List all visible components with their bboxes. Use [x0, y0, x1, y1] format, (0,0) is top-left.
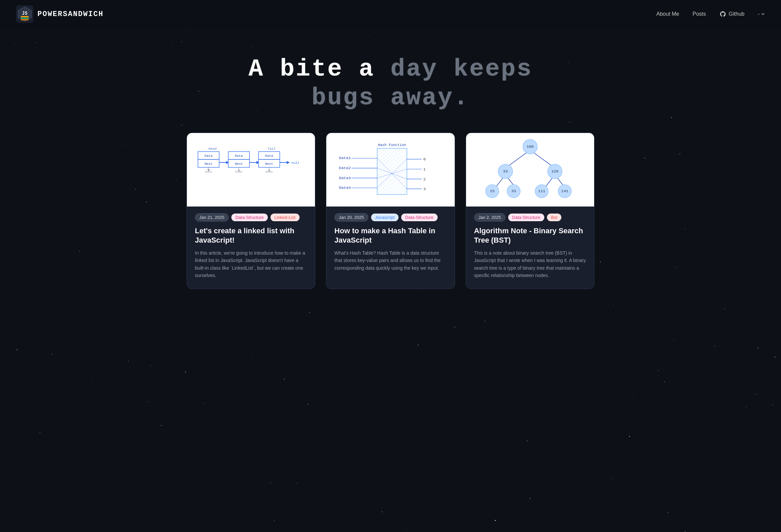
hero-section: A bite a day keeps bugs away. [0, 28, 781, 133]
card-image-hash-table: Hash Function Data1 Data2 Data3 Data4 [326, 133, 454, 207]
card-image-bst: 100 33 120 15 33 111 141 [466, 133, 594, 207]
linked-list-diagram: Head Tail Data Next Node Data Next [195, 143, 307, 196]
card-image-linked-list: Head Tail Data Next Node Data Next [187, 133, 315, 207]
svg-text:3: 3 [423, 187, 426, 191]
svg-text:Data4: Data4 [339, 185, 351, 190]
card-desc-1: What's Hash Table? Hash Table is a data … [334, 249, 446, 272]
navbar: JS POWERSANDWICH About Me Posts Github - [0, 0, 781, 28]
github-label: Github [729, 11, 745, 17]
cards-section: Head Tail Data Next Node Data Next [173, 133, 608, 309]
svg-text:33: 33 [511, 189, 516, 193]
svg-text:null: null [291, 161, 299, 165]
tag-bst[interactable]: Bst [547, 214, 561, 221]
svg-text:100: 100 [527, 144, 534, 149]
svg-text:2: 2 [423, 177, 426, 181]
card-date-2: Jan 2, 2025 [474, 213, 505, 222]
svg-rect-5 [21, 19, 29, 20]
svg-text:15: 15 [490, 189, 494, 193]
svg-text:1: 1 [423, 167, 426, 172]
card-body-bst: Jan 2, 2025 Data-Structure Bst Algorithm… [466, 207, 594, 289]
card-date-0: Jan 21, 2025 [195, 213, 229, 222]
svg-text:0: 0 [423, 157, 426, 162]
nav-link-posts[interactable]: Posts [693, 11, 706, 17]
svg-text:Data2: Data2 [339, 166, 351, 170]
tag-javascript[interactable]: Javascript [371, 214, 399, 221]
bst-diagram: 100 33 120 15 33 111 141 [474, 138, 586, 202]
tag-linked-list[interactable]: Linked-List [271, 214, 299, 221]
card-date-1: Jan 20, 2025 [334, 213, 368, 222]
card-meta-2: Jan 2, 2025 Data-Structure Bst [474, 213, 586, 222]
dropdown-label: - [758, 11, 759, 17]
card-desc-2: This is a note about binary search tree … [474, 249, 586, 279]
svg-text:Hash Function: Hash Function [378, 143, 406, 147]
tag-data-structure-1[interactable]: Data-Structure [401, 214, 438, 221]
svg-marker-33 [287, 161, 290, 164]
nav-dropdown[interactable]: - [758, 11, 765, 17]
svg-text:Tail: Tail [268, 147, 276, 151]
svg-text:Node: Node [205, 170, 212, 174]
svg-text:Next: Next [205, 162, 213, 166]
chevron-down-icon [761, 12, 765, 16]
nav-links: About Me Posts Github - [656, 11, 765, 17]
hero-line1: A bite a day keeps [248, 55, 533, 83]
svg-text:111: 111 [538, 189, 545, 193]
svg-text:33: 33 [503, 169, 507, 174]
nav-link-github[interactable]: Github [720, 11, 745, 17]
hero-line2: bugs away. [312, 84, 469, 112]
card-hash-table[interactable]: Hash Function Data1 Data2 Data3 Data4 [326, 133, 455, 289]
github-icon [720, 11, 726, 17]
hash-table-diagram: Hash Function Data1 Data2 Data3 Data4 [334, 140, 446, 200]
svg-text:Data3: Data3 [339, 175, 351, 180]
tag-data-structure-0[interactable]: Data-Structure [231, 214, 268, 221]
svg-rect-42 [377, 148, 407, 194]
svg-text:141: 141 [561, 189, 568, 193]
card-body-linked-list: Jan 21, 2025 Data-Structure Linked-List … [187, 207, 315, 289]
svg-text:Next: Next [265, 162, 273, 166]
svg-text:Next: Next [235, 162, 243, 166]
tag-data-structure-2[interactable]: Data-Structure [508, 214, 545, 221]
svg-text:JS: JS [22, 10, 28, 16]
site-logo: JS [16, 5, 33, 23]
svg-rect-3 [21, 16, 29, 17]
svg-text:Data: Data [235, 154, 243, 158]
card-title-1[interactable]: How to make a Hash Table in JavaScript [334, 226, 446, 245]
card-desc-0: In this article, we're going to introduc… [195, 249, 307, 279]
card-linked-list[interactable]: Head Tail Data Next Node Data Next [187, 133, 315, 289]
site-title: POWERSANDWICH [37, 10, 104, 18]
card-meta-0: Jan 21, 2025 Data-Structure Linked-List [195, 213, 307, 222]
nav-link-about[interactable]: About Me [656, 11, 679, 17]
svg-text:Data1: Data1 [339, 156, 351, 161]
svg-rect-4 [21, 18, 29, 19]
svg-text:Head: Head [209, 147, 217, 151]
card-body-hash-table: Jan 20, 2025 Javascript Data-Structure H… [326, 207, 454, 281]
svg-text:Data: Data [205, 154, 213, 158]
card-title-2[interactable]: Algorithm Note - Binary Search Tree (BST… [474, 226, 586, 245]
svg-text:Data: Data [265, 154, 273, 158]
card-meta-1: Jan 20, 2025 Javascript Data-Structure [334, 213, 446, 222]
svg-text:120: 120 [551, 169, 558, 174]
hero-title: A bite a day keeps bugs away. [16, 55, 765, 113]
nav-brand[interactable]: JS POWERSANDWICH [16, 5, 104, 23]
card-bst[interactable]: 100 33 120 15 33 111 141 Jan 2, 2025 [466, 133, 594, 289]
card-title-0[interactable]: Let's create a linked list with JavaScri… [195, 226, 307, 245]
